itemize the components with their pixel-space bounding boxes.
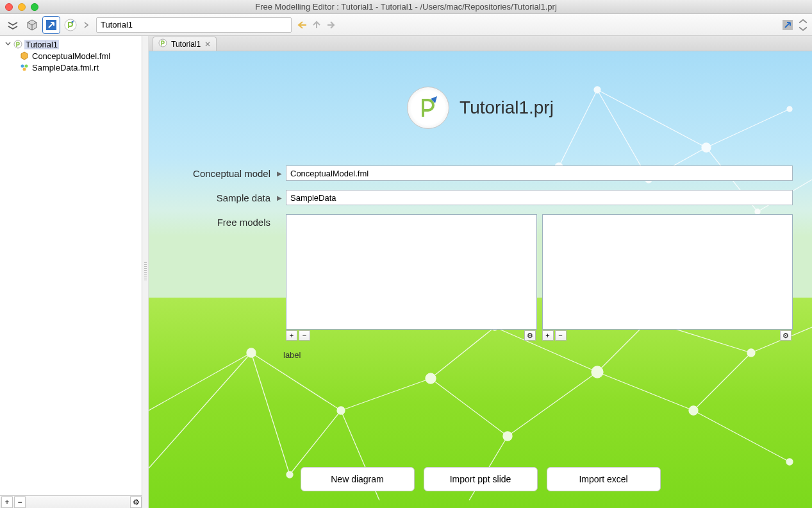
listbox-area[interactable] (286, 214, 537, 330)
svg-point-1 (65, 19, 76, 31)
row-free-models: Free models + − ⚙ (168, 214, 793, 341)
expand-toggle-icon[interactable] (4, 41, 12, 48)
breadcrumb-input[interactable] (96, 17, 292, 33)
tree-item-conceptual-model[interactable]: ConceptualModel.fml (0, 50, 142, 62)
editor-content: Tutorial1.prj Conceptual model ▶ Sample … (149, 51, 812, 508)
tree-item-sample-data[interactable]: SampleData.fml.rt (0, 62, 142, 73)
editor-tabstrip: Tutorial1 ✕ (149, 36, 812, 51)
free-models-label: Free models (168, 214, 277, 228)
dropdown-toggle-icon[interactable] (4, 16, 22, 34)
arrow-launch-icon[interactable] (42, 16, 60, 34)
under-label: label (283, 350, 793, 360)
editor-area: Tutorial1 ✕ (149, 36, 812, 508)
tree-remove-button[interactable]: − (14, 496, 26, 508)
action-bar: New diagram Import ppt slide Import exce… (149, 467, 812, 491)
tab-close-button[interactable]: ✕ (204, 40, 211, 49)
conceptual-model-input[interactable] (286, 165, 793, 181)
window-title: Free Modelling Editor : Tutorial1 - Tuto… (0, 2, 812, 12)
data-icon (19, 62, 29, 72)
tab-label: Tutorial1 (171, 40, 201, 49)
tree-root-label: Tutorial1 (24, 40, 59, 49)
expand-pane-icon[interactable] (779, 16, 797, 34)
svg-point-3 (14, 40, 22, 48)
expand-field-icon[interactable]: ▶ (277, 170, 283, 177)
svg-point-7 (159, 39, 167, 47)
import-excel-button[interactable]: Import excel (547, 467, 661, 491)
list-settings-button[interactable]: ⚙ (780, 330, 791, 341)
import-ppt-button[interactable]: Import ppt slide (424, 467, 538, 491)
breadcrumb-separator-icon (81, 19, 92, 31)
conceptual-model-label: Conceptual model (168, 165, 277, 179)
content-front: Tutorial1.prj Conceptual model ▶ Sample … (149, 51, 812, 508)
tree-add-button[interactable]: + (1, 496, 13, 508)
svg-point-5 (25, 65, 28, 68)
free-models-list-left: + − ⚙ (286, 214, 537, 341)
free-models-list-right: + − ⚙ (542, 214, 793, 341)
collapse-toggle-icon[interactable] (798, 16, 808, 34)
list-remove-button[interactable]: − (299, 330, 310, 341)
tree-item-label: ConceptualModel.fml (31, 51, 112, 61)
project-icon (13, 39, 23, 49)
sample-data-input[interactable] (286, 190, 793, 205)
main-area: Tutorial1 ConceptualModel.fml SampleData… (0, 36, 812, 508)
list-remove-button[interactable]: − (555, 330, 567, 341)
tab-icon (158, 38, 167, 49)
window-titlebar: Free Modelling Editor : Tutorial1 - Tuto… (0, 0, 812, 14)
project-logo-icon[interactable] (62, 16, 79, 34)
list-settings-button[interactable]: ⚙ (524, 330, 536, 341)
list-add-button[interactable]: + (542, 330, 554, 341)
svg-point-6 (23, 68, 26, 71)
nav-arrows (297, 19, 336, 31)
listbox-area[interactable] (542, 214, 793, 330)
nav-back-button[interactable] (297, 19, 308, 31)
project-tree[interactable]: Tutorial1 ConceptualModel.fml SampleData… (0, 36, 142, 495)
model-icon (19, 51, 29, 61)
expand-field-icon[interactable]: ▶ (277, 194, 283, 201)
list-add-button[interactable]: + (286, 330, 297, 341)
tree-settings-button[interactable]: ⚙ (130, 496, 142, 508)
row-conceptual-model: Conceptual model ▶ (168, 165, 793, 181)
nav-up-button[interactable] (311, 19, 322, 31)
project-logo-icon (407, 87, 449, 129)
nav-forward-button[interactable] (325, 19, 336, 31)
row-sample-data: Sample data ▶ (168, 190, 793, 205)
sidebar-footer: + − ⚙ (0, 495, 142, 508)
editor-tab-tutorial1[interactable]: Tutorial1 ✕ (153, 37, 217, 51)
tree-root-row[interactable]: Tutorial1 (0, 38, 142, 50)
project-sidebar: Tutorial1 ConceptualModel.fml SampleData… (0, 36, 142, 508)
cube-icon[interactable] (23, 16, 41, 34)
main-toolbar (0, 14, 812, 36)
tree-item-label: SampleData.fml.rt (31, 63, 100, 72)
hero: Tutorial1.prj (168, 69, 793, 146)
hero-title: Tutorial1.prj (460, 97, 554, 118)
sample-data-label: Sample data (168, 190, 277, 203)
vertical-splitter[interactable] (142, 36, 149, 508)
svg-point-4 (21, 65, 24, 68)
new-diagram-button[interactable]: New diagram (301, 467, 415, 491)
project-form: Conceptual model ▶ Sample data ▶ (168, 165, 793, 360)
